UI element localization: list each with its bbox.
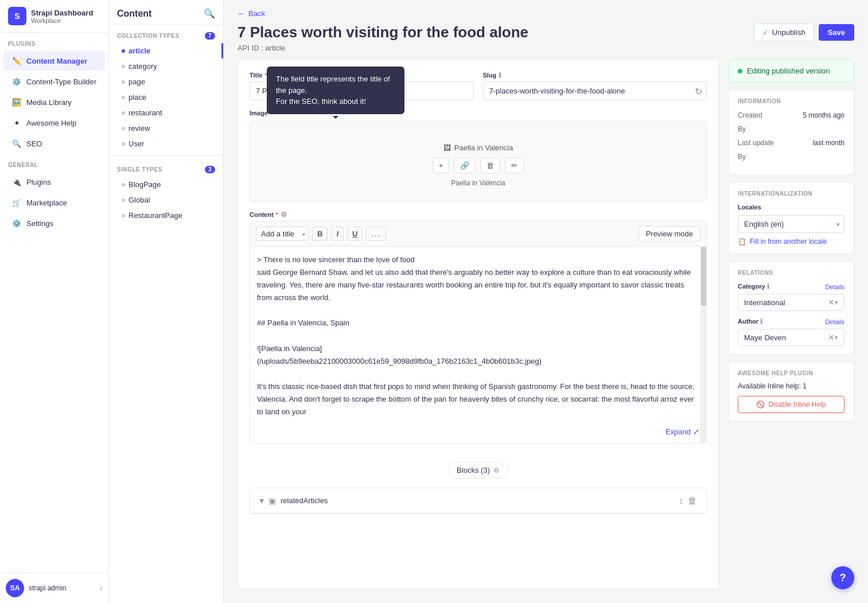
disable-help-button[interactable]: 🚫 Disable Inline Help (738, 396, 844, 413)
nav-item-article[interactable]: article (109, 43, 223, 59)
sidebar-item-label: Settings (26, 219, 53, 228)
nav-item-category[interactable]: category (109, 59, 223, 74)
more-options-button[interactable]: ... (366, 227, 386, 241)
nav-label-category: category (129, 62, 157, 71)
plugins-section-label: Plugins (0, 33, 108, 50)
nav-item-place[interactable]: place (109, 90, 223, 105)
image-edit-button[interactable]: ✏ (505, 158, 524, 173)
brand-text: Strapi Dashboard Workplace (31, 9, 93, 24)
unpublish-button[interactable]: ✓ Unpublish (754, 24, 814, 41)
header-actions: ✓ Unpublish Save (754, 24, 854, 41)
nav-label-page: page (129, 77, 145, 86)
slug-label: Slug ℹ (483, 71, 707, 79)
nav-item-page[interactable]: page (109, 74, 223, 90)
category-chevron-icon: ▾ (835, 299, 838, 306)
image-link-button[interactable]: 🔗 (454, 158, 476, 173)
back-link[interactable]: ← Back (238, 9, 854, 18)
related-header[interactable]: ▾ ▣ relatedArticles ↕ 🗑 (250, 488, 706, 513)
media-icon: 🖼️ (11, 97, 22, 107)
category-label-row: Category ℹ Details (738, 283, 844, 290)
nav-search-button[interactable]: 🔍 (204, 8, 215, 19)
content-info-icon: ⚙ (281, 211, 287, 219)
expand-button[interactable]: Expand ⤢ (665, 427, 699, 436)
underline-button[interactable]: U (347, 227, 363, 241)
fill-in-label: Fill in from another locale (750, 238, 827, 246)
author-value-wrap: Maye Deven ✕ ▾ (738, 329, 844, 346)
nav-item-blogpage[interactable]: BlogPage (109, 177, 223, 192)
brand-subtitle: Workplace (31, 17, 93, 24)
nav-bullet-restaurant (122, 111, 125, 115)
content-label: Content * ⚙ (250, 211, 707, 219)
nav-item-restaurantpage[interactable]: RestaurantPage (109, 208, 223, 223)
disable-icon: 🚫 (756, 400, 765, 409)
add-title-select[interactable]: Add a title (256, 227, 309, 241)
fill-in-locale-link[interactable]: 📋 Fill in from another locale (738, 238, 844, 246)
related-collapse-button[interactable]: ▾ (259, 495, 264, 506)
sidebar-item-settings[interactable]: ⚙️ Settings (3, 213, 105, 233)
related-type-icon: ▣ (268, 496, 276, 505)
created-value: 5 months ago (803, 111, 844, 119)
slug-info-icon: ℹ (499, 71, 501, 79)
sidebar-footer: SA strapi admin ‹ (0, 573, 108, 603)
star-icon: ✦ (11, 118, 22, 128)
sidebar-item-plugins[interactable]: 🔌 Plugins (3, 172, 105, 192)
category-label: Category ℹ (738, 283, 769, 290)
tooltip-line1: The field title represents the title of … (276, 73, 395, 96)
slug-refresh-button[interactable]: ↻ (695, 85, 702, 96)
unpublish-label: Unpublish (772, 28, 805, 37)
locales-label: Locales (738, 204, 844, 211)
category-info-icon: ℹ (767, 283, 769, 290)
related-sort-button[interactable]: ↕ (679, 496, 683, 506)
slug-input[interactable] (483, 81, 707, 100)
nav-item-global[interactable]: Global (109, 192, 223, 208)
related-delete-button[interactable]: 🗑 (688, 496, 697, 506)
italic-button[interactable]: I (331, 227, 344, 241)
content-scrollbar[interactable] (700, 247, 706, 443)
author-clear-button[interactable]: ✕ (828, 333, 835, 342)
image-delete-button[interactable]: 🗑 (480, 158, 500, 173)
sidebar-item-seo[interactable]: 🔍 SEO (3, 134, 105, 153)
nav-label-restaurant: restaurant (129, 108, 162, 117)
help-card-title: AWESOME HELP PLUGIN (738, 370, 844, 376)
category-details-link[interactable]: Details (825, 283, 844, 290)
nav-bullet-global (122, 199, 125, 202)
by2-label: By (738, 153, 746, 161)
author-details-link[interactable]: Details (825, 318, 844, 325)
sidebar-item-media-library[interactable]: 🖼️ Media Library (3, 92, 105, 112)
nav-bullet-blogpage (122, 183, 125, 186)
bold-button[interactable]: B (312, 227, 328, 241)
preview-mode-button[interactable]: Preview mode (639, 226, 700, 242)
blocks-badge[interactable]: Blocks (3) ⚙ (448, 462, 508, 478)
content-editor[interactable]: > There is no love sincerer than the lov… (250, 246, 707, 444)
help-fab-button[interactable]: ? (831, 566, 854, 589)
author-chevron-icon: ▾ (835, 334, 838, 341)
sidebar-item-marketplace[interactable]: 🛒 Marketplace (3, 193, 105, 212)
sidebar-collapse-button[interactable]: ‹ (100, 583, 103, 593)
sidebar-item-label: Plugins (26, 178, 51, 186)
api-id: API ID : article (238, 44, 528, 52)
nav-item-restaurant[interactable]: restaurant (109, 105, 223, 120)
sidebar-item-content-manager[interactable]: ✏️ Content Manager (3, 51, 105, 71)
image-section: Image 🖼 Paella in Valencia + 🔗 🗑 ✏ Paell… (250, 110, 707, 201)
category-clear-button[interactable]: ✕ (828, 298, 835, 307)
sidebar-item-awesome-help[interactable]: ✦ Awesome Help (3, 113, 105, 133)
locale-icon: 📋 (738, 238, 746, 246)
main-content: The field title represents the title of … (224, 59, 868, 603)
save-button[interactable]: Save (819, 24, 854, 41)
category-value: International (744, 298, 828, 307)
nav-item-user[interactable]: User (109, 136, 223, 151)
disable-help-label: Disable Inline Help (768, 400, 826, 409)
page-title-group: 7 Places worth visiting for the food alo… (238, 24, 528, 52)
sidebar-item-content-type-builder[interactable]: ⚙️ Content-Type Builder (3, 72, 105, 91)
settings-icon: ⚙️ (11, 76, 22, 87)
page-title: 7 Places worth visiting for the food alo… (238, 24, 528, 41)
nav-item-review[interactable]: review (109, 120, 223, 136)
nav-bullet-restaurantpage (122, 214, 125, 217)
locales-select[interactable]: English (en) (738, 215, 844, 233)
slug-group: Slug ℹ ↻ (483, 71, 707, 100)
nav-header: Content 🔍 (109, 0, 223, 25)
nav-bullet-review (122, 127, 125, 130)
image-add-button[interactable]: + (433, 158, 450, 173)
content-section: Content * ⚙ Add a title ▾ B I U ... Pr (250, 211, 707, 444)
image-box: 🖼 Paella in Valencia + 🔗 🗑 ✏ Paella in V… (250, 121, 707, 201)
